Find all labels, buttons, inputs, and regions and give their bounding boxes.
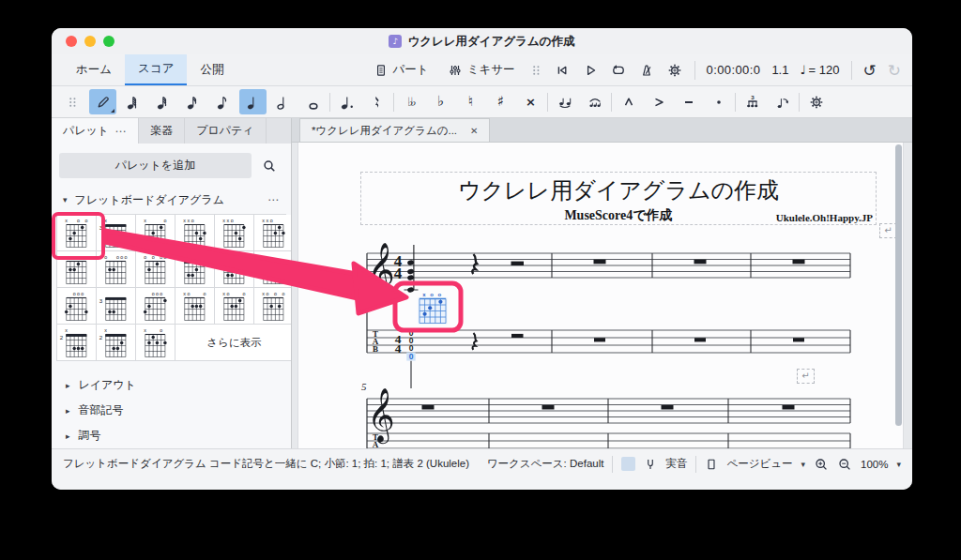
caret-down-icon: ▾ <box>896 460 901 469</box>
tuplet-button[interactable]: 3 <box>739 89 766 114</box>
score-canvas[interactable]: 𝄞TAB44440000x o o𝄞TA ウクレレ用ダイアグラムの作成 Muse… <box>292 143 912 448</box>
palette-chord-A[interactable]: xoo <box>175 288 215 325</box>
double-sharp-button[interactable]: × <box>517 89 544 114</box>
zoom-level[interactable]: 100% <box>861 459 888 470</box>
note-quarter-button[interactable] <box>239 89 267 114</box>
minimize-window-button[interactable] <box>84 36 96 47</box>
desktop: ♪ ウクレレ用ダイアグラムの作成 ホームスコア公開 パート ミキサー <box>0 0 961 560</box>
workspace-selector[interactable]: ワークスペース: Default <box>487 457 604 471</box>
palette-search-button[interactable] <box>255 153 283 178</box>
palette-section-collapsed-3[interactable]: ▸調号 <box>52 423 291 448</box>
palette-chord-Cm[interactable]: x3 <box>97 215 136 251</box>
palette-chord-C7[interactable]: xo <box>136 215 175 251</box>
tie-button[interactable] <box>551 89 578 114</box>
ribbon-tab-1[interactable]: ホーム <box>63 54 125 85</box>
svg-text:3: 3 <box>99 296 103 303</box>
palette-section-header[interactable]: ▾ フレットボードダイアグラム ⋯ <box>52 186 291 214</box>
play-button[interactable] <box>582 62 599 79</box>
palette-chord-G7[interactable]: ooo <box>136 288 175 325</box>
system-break-icon[interactable]: ↵ <box>797 369 815 384</box>
note-32nd-button[interactable] <box>149 89 176 114</box>
svg-text:B: B <box>373 344 378 354</box>
view-mode-selector[interactable]: ページビュー <box>726 457 792 471</box>
panel-tab-menu-icon[interactable]: ⋯ <box>114 125 127 138</box>
parts-button[interactable]: パート <box>370 60 433 80</box>
metronome-button[interactable] <box>638 62 655 79</box>
ribbon-tab-3[interactable]: 公開 <box>187 54 236 85</box>
close-tab-button[interactable]: ✕ <box>470 126 478 136</box>
palette-chord-Em[interactable]: oooo <box>97 251 136 288</box>
palette-chord-Am[interactable]: xoo <box>215 288 254 325</box>
panel-tab-2[interactable]: 楽器 <box>139 118 185 144</box>
note-64th-button[interactable] <box>119 89 146 114</box>
tenuto-button[interactable] <box>675 89 702 114</box>
palette-chord-Dm[interactable]: xxo <box>215 215 254 251</box>
palette-section-collapsed-1[interactable]: ▸レイアウト <box>52 372 291 398</box>
note-half-button[interactable] <box>269 89 297 114</box>
fullscreen-window-button[interactable] <box>103 36 114 47</box>
note-8th-button[interactable] <box>209 89 236 114</box>
note-input-button[interactable] <box>89 89 116 114</box>
palette-chord-A7[interactable]: xooo <box>254 288 291 325</box>
transport-drag-handle-icon[interactable] <box>530 63 542 78</box>
panel-tab-1[interactable]: パレット⋯ <box>52 118 139 144</box>
sharp-button[interactable]: ♯ <box>487 89 514 114</box>
titlebar: ♪ ウクレレ用ダイアグラムの作成 <box>52 28 912 54</box>
add-palette-button[interactable]: パレットを追加 <box>59 153 252 178</box>
palette-show-more-button[interactable]: さらに表示 <box>175 325 291 361</box>
svg-text:o: o <box>203 291 206 296</box>
staccato-button[interactable] <box>705 89 732 114</box>
rewind-button[interactable] <box>554 62 571 79</box>
midi-input-indicator[interactable] <box>621 457 635 471</box>
palette-chord-B7[interactable]: xo <box>136 325 175 361</box>
note-16th-button[interactable] <box>179 89 206 114</box>
svg-text:x: x <box>65 218 68 223</box>
svg-text:o: o <box>152 291 155 296</box>
palette-chord-B[interactable]: x2 <box>57 325 97 361</box>
zoom-in-button[interactable] <box>814 457 829 472</box>
tempo-display[interactable]: ♩= 120 <box>800 63 839 77</box>
document-tab[interactable]: *ウクレレ用ダイアグラムの... ✕ <box>299 118 490 142</box>
palette-chord-D7[interactable]: xxo <box>254 215 291 251</box>
close-window-button[interactable] <box>66 36 77 47</box>
flat-button[interactable]: ♭ <box>427 89 454 114</box>
palette-chord-E[interactable]: ooo <box>57 251 97 288</box>
marcato-button[interactable] <box>615 89 642 114</box>
accent-button[interactable] <box>645 89 672 114</box>
palette-chord-Fm[interactable] <box>215 251 254 288</box>
playback-settings-button[interactable] <box>666 62 683 79</box>
flip-direction-button[interactable] <box>769 89 796 114</box>
svg-text:3: 3 <box>99 223 103 230</box>
natural-button[interactable]: ♮ <box>457 89 484 114</box>
palette-chord-E7[interactable]: oooo <box>136 251 175 288</box>
palette-chord-D[interactable]: xxo <box>175 215 215 251</box>
ribbon-tab-2[interactable]: スコア <box>125 54 187 85</box>
mixer-button[interactable]: ミキサー <box>444 60 519 80</box>
palette-body: パレットを追加 ▾ フレットボードダイアグラム ⋯ xoox3xoxxoxxox… <box>52 144 291 448</box>
score-credit[interactable]: Ukulele.Oh!Happy.JP <box>776 212 873 223</box>
palette-chord-F7[interactable] <box>254 251 291 288</box>
panel-tab-3[interactable]: プロパティ <box>185 118 266 144</box>
palette-chord-F[interactable] <box>175 251 215 288</box>
customize-toolbar-button[interactable] <box>802 89 830 114</box>
vertical-scrollbar[interactable] <box>895 144 902 426</box>
palette-section-collapsed-2[interactable]: ▸音部記号 <box>52 398 291 423</box>
augmentation-dot-button[interactable] <box>333 89 360 114</box>
double-flat-button[interactable]: ♭♭ <box>397 89 424 114</box>
section-menu-icon[interactable]: ⋯ <box>267 193 280 206</box>
score-title[interactable]: ウクレレ用ダイアグラムの作成 <box>361 175 876 205</box>
concert-pitch-toggle[interactable]: 実音 <box>665 457 687 471</box>
palette-chord-Bm[interactable]: x2 <box>97 325 136 361</box>
rest-button[interactable] <box>363 89 390 114</box>
note-whole-button[interactable] <box>299 89 327 114</box>
undo-button[interactable]: ↺ <box>863 61 877 80</box>
palette-chord-C[interactable]: xoo <box>57 215 97 251</box>
palette-chord-Gm[interactable]: 3 <box>97 288 136 325</box>
score-title-frame[interactable]: ウクレレ用ダイアグラムの作成 MuseScore4で作成 Ukulele.Oh!… <box>360 172 877 225</box>
note-toolbar-drag-handle <box>59 89 86 114</box>
slur-button[interactable] <box>581 89 608 114</box>
palette-chord-G[interactable]: ooo <box>57 288 97 325</box>
zoom-out-button[interactable] <box>837 457 852 472</box>
loop-playback-button[interactable] <box>610 62 627 79</box>
score-fretboard-diagram[interactable]: x o o <box>419 292 448 325</box>
